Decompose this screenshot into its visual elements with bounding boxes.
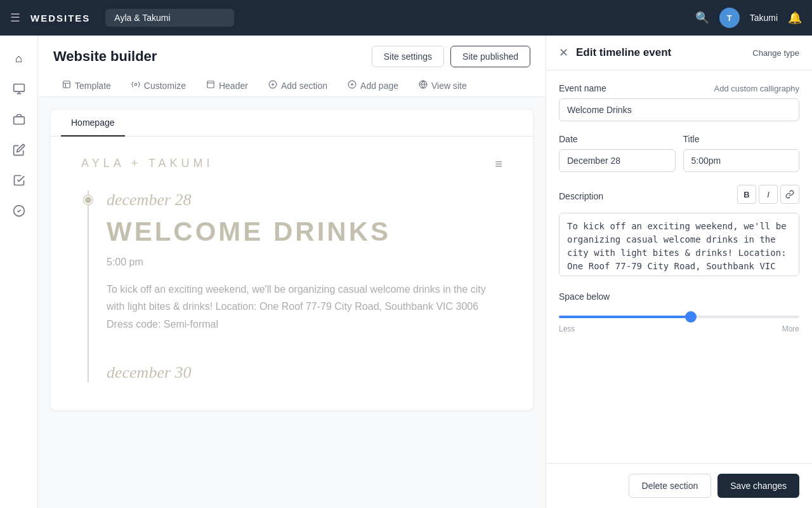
site-name-input[interactable] xyxy=(105,9,234,27)
nav-item-header[interactable]: Header xyxy=(197,75,257,97)
nav-item-customize-label: Customize xyxy=(144,81,186,91)
couple-name: AYLA + TAKUMI xyxy=(81,157,502,170)
nav-item-add-section[interactable]: Add section xyxy=(259,75,336,97)
canvas-content: AYLA + TAKUMI ≡ december 28 WELCOME DRIN… xyxy=(51,137,533,410)
change-type-button[interactable]: Change type xyxy=(752,48,799,58)
nav-item-add-section-label: Add section xyxy=(281,81,327,91)
header-buttons: Site settings Site published xyxy=(372,46,530,67)
panel-header: ✕ Edit timeline event Change type xyxy=(546,36,812,70)
canvas-area: Homepage AYLA + TAKUMI ≡ december 28 WEL… xyxy=(38,97,546,508)
site-settings-button[interactable]: Site settings xyxy=(372,46,444,67)
page-title: Website builder xyxy=(53,48,157,65)
panel-title: Edit timeline event xyxy=(576,46,671,59)
svg-rect-0 xyxy=(13,84,24,92)
logo: WEDSITES xyxy=(30,13,90,23)
site-published-button[interactable]: Site published xyxy=(450,46,530,67)
description-section: Description B I To kick off an exciting … xyxy=(559,185,799,279)
bold-button[interactable]: B xyxy=(737,185,756,204)
add-calligraphy-link[interactable]: Add custom calligraphy xyxy=(714,84,799,93)
right-panel: ✕ Edit timeline event Change type Event … xyxy=(546,36,812,508)
sidebar-item-briefcase[interactable] xyxy=(6,107,32,132)
avatar: T xyxy=(719,8,740,28)
nav-item-template-label: Template xyxy=(75,81,111,91)
space-below-label: Space below xyxy=(559,291,799,302)
canvas-tabs: Homepage xyxy=(51,110,533,137)
add-section-icon xyxy=(268,80,277,91)
content-area: Website builder Site settings Site publi… xyxy=(38,36,546,508)
nav-item-template[interactable]: Template xyxy=(53,75,120,97)
panel-footer: Delete section Save changes xyxy=(546,463,812,508)
timeline-date-1: december 28 xyxy=(107,190,502,210)
title-input[interactable] xyxy=(683,149,800,172)
menu-icon[interactable]: ☰ xyxy=(10,11,20,25)
description-textarea[interactable]: To kick off an exciting weekend, we'll b… xyxy=(559,213,799,276)
save-changes-button[interactable]: Save changes xyxy=(717,474,799,498)
date-input[interactable] xyxy=(559,149,676,172)
title-label: Title xyxy=(683,134,800,144)
svg-rect-5 xyxy=(63,81,70,88)
template-icon xyxy=(62,80,71,91)
menu-lines-icon: ≡ xyxy=(495,157,502,171)
panel-body: Event name Add custom calligraphy Date T… xyxy=(546,70,812,463)
homepage-tab[interactable]: Homepage xyxy=(61,110,125,137)
nav-item-view-site-label: View site xyxy=(431,81,467,91)
sidebar-item-home[interactable]: ⌂ xyxy=(6,46,32,71)
timeline-event-title: WELCOME DRINKS xyxy=(107,217,502,246)
add-page-icon xyxy=(348,80,357,91)
timeline-dot-1 xyxy=(84,196,93,204)
canvas-card: Homepage AYLA + TAKUMI ≡ december 28 WEL… xyxy=(51,110,533,410)
page-nav: Template Customize Header xyxy=(53,75,530,97)
date-col: Date xyxy=(559,134,676,172)
more-label: More xyxy=(782,324,799,333)
less-label: Less xyxy=(559,324,575,333)
left-sidebar: ⌂ xyxy=(0,36,38,508)
sidebar-item-check[interactable] xyxy=(6,198,32,224)
search-icon[interactable]: 🔍 xyxy=(695,11,709,25)
nav-item-customize[interactable]: Customize xyxy=(122,75,195,97)
nav-item-add-page[interactable]: Add page xyxy=(339,75,407,97)
svg-rect-3 xyxy=(13,117,24,124)
customize-icon xyxy=(131,80,140,91)
view-site-icon xyxy=(419,80,428,91)
space-below-slider[interactable] xyxy=(559,316,799,318)
notification-bell-icon[interactable]: 🔔 xyxy=(788,11,802,25)
svg-rect-7 xyxy=(207,81,214,88)
delete-section-button[interactable]: Delete section xyxy=(629,474,712,498)
header-icon xyxy=(206,80,215,91)
timeline-date-2: december 30 xyxy=(107,363,502,382)
svg-point-6 xyxy=(134,83,137,86)
panel-close-button[interactable]: ✕ xyxy=(559,46,568,60)
timeline-line xyxy=(88,190,89,382)
sidebar-item-monitor[interactable] xyxy=(6,76,32,102)
event-name-section: Event name Add custom calligraphy xyxy=(559,83,799,121)
sidebar-item-edit[interactable] xyxy=(6,137,32,163)
username-label: Takumi xyxy=(750,13,778,23)
date-title-row: Date Title xyxy=(559,134,799,172)
event-name-label: Event name xyxy=(559,83,606,93)
description-label: Description xyxy=(559,191,603,201)
italic-button[interactable]: I xyxy=(759,185,778,204)
timeline-description: To kick off an exciting weekend, we'll b… xyxy=(107,281,487,333)
sidebar-item-checklist[interactable] xyxy=(6,168,32,193)
timeline-time: 5:00 pm xyxy=(107,257,502,268)
space-below-section: Space below Less More xyxy=(559,291,799,333)
link-button[interactable] xyxy=(780,185,799,204)
nav-item-add-page-label: Add page xyxy=(360,81,398,91)
nav-item-view-site[interactable]: View site xyxy=(410,75,476,97)
nav-item-header-label: Header xyxy=(219,81,248,91)
top-nav: ☰ WEDSITES 🔍 T Takumi 🔔 xyxy=(0,0,812,36)
title-col: Title xyxy=(683,134,800,172)
description-toolbar: B I xyxy=(737,185,799,204)
date-label: Date xyxy=(559,134,676,144)
event-name-input[interactable] xyxy=(559,98,799,121)
timeline-section: december 28 WELCOME DRINKS 5:00 pm To ki… xyxy=(81,190,502,382)
page-header: Website builder Site settings Site publi… xyxy=(38,36,546,97)
